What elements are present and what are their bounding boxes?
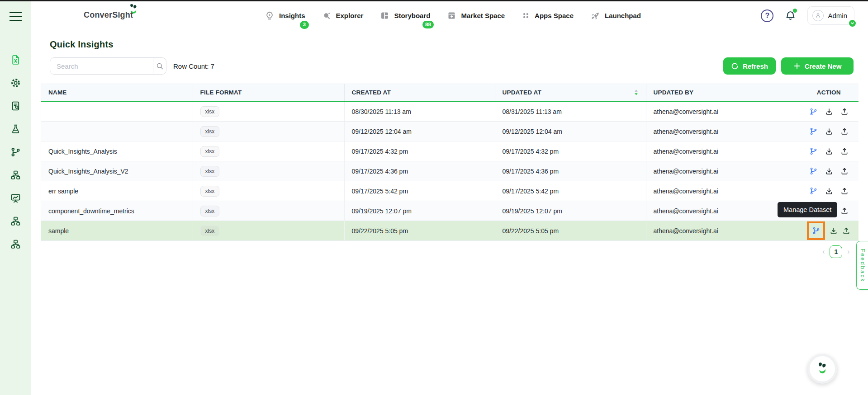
create-new-label: Create New xyxy=(805,62,842,70)
cell-file-format: xlsx xyxy=(193,201,344,221)
cell-updated-by: athena@conversight.ai xyxy=(646,181,799,201)
cell-created-at: 09/12/2025 12:04 am xyxy=(344,122,495,141)
flask-icon[interactable] xyxy=(10,123,22,135)
header-name[interactable]: NAME xyxy=(41,84,193,102)
search-icon xyxy=(156,62,164,71)
datasets-table: NAME FILE FORMAT CREATED AT UPDATED AT U… xyxy=(41,84,858,241)
upload-button[interactable] xyxy=(842,227,850,235)
cell-action xyxy=(799,141,859,161)
manage-dataset-button[interactable] xyxy=(809,127,818,136)
pagination-next-icon[interactable]: › xyxy=(847,248,849,255)
nav-item-market-space[interactable]: Market Space xyxy=(447,11,505,20)
notifications-button[interactable] xyxy=(785,10,796,21)
file-format-badge: xlsx xyxy=(200,126,220,137)
header-updated-at[interactable]: UPDATED AT xyxy=(495,84,646,102)
cell-updated-by: athena@conversight.ai xyxy=(646,102,799,122)
audit-log-icon[interactable] xyxy=(10,100,22,112)
manage-dataset-button[interactable] xyxy=(809,108,818,116)
download-icon xyxy=(825,127,833,136)
download-button[interactable] xyxy=(825,127,833,136)
search-button[interactable] xyxy=(153,58,166,74)
table-row-highlighted[interactable]: sample xlsx 09/22/2025 5:05 pm 09/22/202… xyxy=(41,221,859,241)
upload-button[interactable] xyxy=(840,127,849,136)
presentation-chart-icon[interactable] xyxy=(10,192,22,204)
download-button[interactable] xyxy=(825,108,833,116)
table-row[interactable]: xlsx 08/30/2025 11:13 am 08/31/2025 11:1… xyxy=(41,102,859,122)
git-branch-icon xyxy=(809,147,818,155)
hierarchy-icon[interactable] xyxy=(10,169,22,181)
upload-icon xyxy=(840,147,849,155)
explorer-icon xyxy=(322,11,332,20)
cell-updated-by: athena@conversight.ai xyxy=(646,201,799,221)
download-button[interactable] xyxy=(825,167,833,175)
excel-datasets-icon[interactable] xyxy=(10,54,22,66)
cell-name: sample xyxy=(41,221,193,241)
upload-icon xyxy=(840,207,849,215)
header-updated-by[interactable]: UPDATED BY xyxy=(646,84,799,102)
chevron-down-icon xyxy=(850,21,854,25)
account-name: Admin xyxy=(828,12,847,19)
navbar-right-controls: ? Admin xyxy=(761,0,854,31)
header-file-format[interactable]: FILE FORMAT xyxy=(193,84,344,102)
cell-updated-by: athena@conversight.ai xyxy=(646,141,799,161)
search-box xyxy=(50,57,166,75)
cell-name: component_downtime_metrics xyxy=(41,201,193,221)
notification-dot xyxy=(793,9,797,13)
pagination-prev-icon[interactable]: ‹ xyxy=(822,248,825,255)
pagination-page-1[interactable]: 1 xyxy=(830,245,842,258)
manage-dataset-button[interactable] xyxy=(809,167,818,175)
manage-dataset-button[interactable] xyxy=(809,147,818,155)
nav-item-apps-space[interactable]: Apps Space xyxy=(522,11,574,20)
upload-button[interactable] xyxy=(840,147,849,155)
nav-item-storyboard[interactable]: Storyboard 88 xyxy=(380,11,430,20)
manage-dataset-button[interactable] xyxy=(812,226,821,235)
cell-file-format: xlsx xyxy=(193,181,344,201)
nav-item-explorer[interactable]: Explorer xyxy=(322,11,364,20)
table-row[interactable]: Quick_Insights_Analysis_V2 xlsx 09/17/20… xyxy=(41,161,859,181)
nav-item-launchpad[interactable]: Launchpad xyxy=(590,11,641,21)
upload-button[interactable] xyxy=(840,167,849,175)
git-branch-icon xyxy=(809,108,818,116)
header-action: ACTION xyxy=(799,84,859,102)
upload-button[interactable] xyxy=(840,187,849,195)
search-input[interactable] xyxy=(50,58,153,74)
sort-icon[interactable] xyxy=(634,89,639,96)
hierarchy-icon-3[interactable] xyxy=(10,238,22,250)
table-row[interactable]: component_downtime_metrics xlsx 09/19/20… xyxy=(41,201,859,221)
dataset-branch-icon[interactable] xyxy=(10,146,22,158)
avatar xyxy=(812,10,824,21)
nav-item-insights[interactable]: Insights 3 xyxy=(265,11,305,21)
window-top-edge xyxy=(0,0,868,1)
cell-created-at: 09/22/2025 5:05 pm xyxy=(344,221,495,241)
person-icon xyxy=(815,12,821,19)
download-button[interactable] xyxy=(830,227,838,235)
action-highlight-box xyxy=(807,221,825,240)
download-button[interactable] xyxy=(825,187,833,195)
refresh-button[interactable]: Refresh xyxy=(723,57,776,75)
table-row[interactable]: err sample xlsx 09/17/2025 5:42 pm 09/17… xyxy=(41,181,859,201)
conversight-logo[interactable]: ConverSight xyxy=(84,10,133,20)
settings-gear-icon[interactable] xyxy=(10,77,22,89)
top-navbar: ConverSight Insights 3 Explorer Storyboa… xyxy=(31,0,868,31)
download-button[interactable] xyxy=(825,147,833,155)
logo-leaf-icon xyxy=(127,4,140,15)
create-new-button[interactable]: Create New xyxy=(781,57,854,75)
header-created-at[interactable]: CREATED AT xyxy=(344,84,495,102)
account-menu[interactable]: Admin xyxy=(807,6,854,25)
manage-dataset-button[interactable] xyxy=(809,187,818,195)
conversight-assistant-button[interactable] xyxy=(807,354,837,384)
feedback-tab[interactable]: Feedback xyxy=(856,241,868,290)
table-row[interactable]: Quick_Insights_Analysis xlsx 09/17/2025 … xyxy=(41,141,859,161)
git-branch-icon xyxy=(809,127,818,136)
primary-nav: Insights 3 Explorer Storyboard 88 Market… xyxy=(265,0,641,31)
hierarchy-icon-2[interactable] xyxy=(10,215,22,227)
help-button[interactable]: ? xyxy=(761,9,773,22)
upload-button[interactable] xyxy=(840,108,849,116)
hamburger-menu-icon[interactable] xyxy=(9,12,22,21)
upload-button[interactable] xyxy=(840,207,849,215)
table-row[interactable]: xlsx 09/12/2025 12:04 am 09/12/2025 12:0… xyxy=(41,122,859,141)
cell-created-at: 09/17/2025 4:36 pm xyxy=(344,161,495,181)
file-format-badge: xlsx xyxy=(200,146,220,157)
launchpad-rocket-icon xyxy=(590,11,600,21)
upload-icon xyxy=(840,187,849,195)
